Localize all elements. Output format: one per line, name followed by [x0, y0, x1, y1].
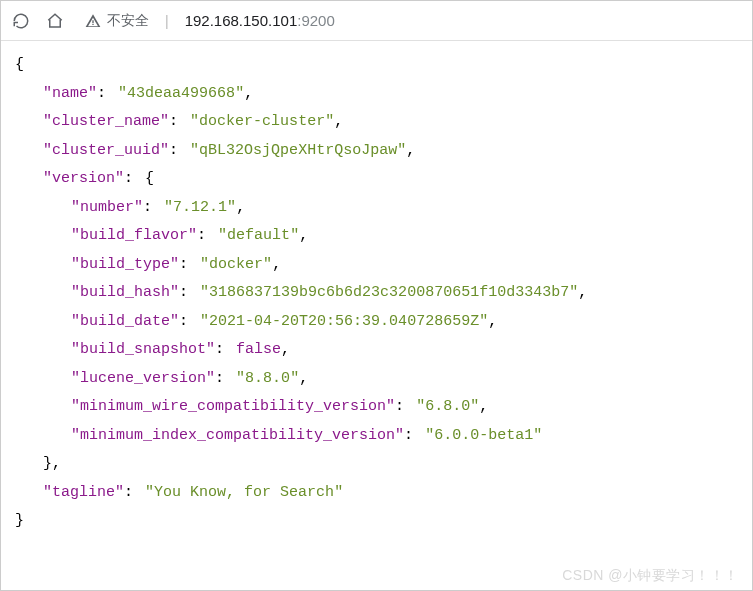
home-button[interactable]	[45, 11, 65, 31]
security-indicator[interactable]: 不安全	[85, 12, 149, 30]
browser-toolbar: 不安全 | 192.168.150.101:9200	[1, 1, 752, 41]
url-divider: |	[165, 13, 169, 29]
url-display[interactable]: 192.168.150.101:9200	[185, 12, 335, 30]
url-host: 192.168.150.101	[185, 12, 298, 29]
security-label: 不安全	[107, 12, 149, 30]
response-body: { name: 43deaa499668, cluster_name: dock…	[1, 41, 752, 590]
warning-icon	[85, 13, 101, 29]
browser-window: 不安全 | 192.168.150.101:9200 { name: 43dea…	[0, 0, 753, 591]
url-port: :9200	[297, 12, 335, 29]
reload-button[interactable]	[11, 11, 31, 31]
